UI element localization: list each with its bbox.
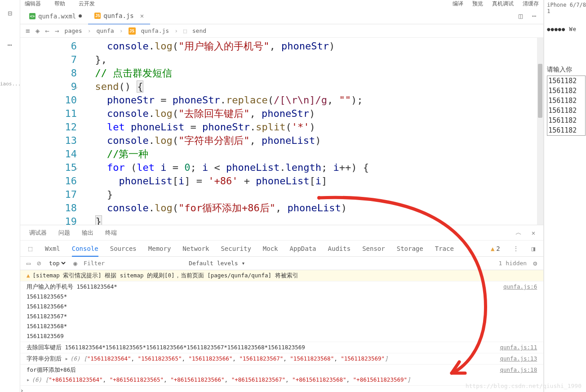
panel-tab-terminal[interactable]: 终端 [104,229,118,237]
forward-icon[interactable]: → [55,27,59,35]
sidebar-text: iaos... [0,81,20,87]
line-gutter: 6789⌄101112131415⌄16171819 [20,38,83,225]
crumb-part[interactable]: pages [65,27,82,34]
menu-item[interactable]: 真机调试 [492,0,514,8]
menu-item[interactable]: 清缓存 [523,0,539,8]
tab-label: qunfa.wxml [38,13,76,20]
status-bar: ●●●●● We [547,26,586,32]
play-icon[interactable]: ▭ [27,259,31,267]
scrollbar-thumb[interactable] [538,64,542,118]
editor-main: 编辑器 帮助 云开发 编译 预览 真机调试 清缓存 <> qunfa.wxml … [20,0,544,392]
vertical-scrollbar[interactable] [537,38,543,225]
split-editor-icon[interactable]: ◫ [514,12,528,20]
devtab-storage[interactable]: Storage [397,245,423,252]
context-select[interactable]: top [47,259,67,267]
crumb-part[interactable]: qunfa.js [141,27,169,34]
top-menu: 编辑器 帮助 云开发 编译 预览 真机调试 清缓存 [20,0,543,8]
tab-qunfa-js[interactable]: JS qunfa.js ✕ [88,8,150,24]
crumb-part[interactable]: qunfa [97,27,114,34]
devtab-console[interactable]: Console [72,245,98,257]
bookmark-icon[interactable]: ◈ [36,27,40,35]
inspect-icon[interactable]: ⬚ [28,245,32,253]
gear-icon[interactable]: ⚙ [533,259,537,267]
back-icon[interactable]: ← [45,27,49,35]
bottom-panel: 调试器 问题 输出 终端 ︿ ✕ ⬚ WxmlConsoleSourcesMem… [20,225,543,392]
device-label[interactable]: iPhone 6/7/8 1 [547,2,586,14]
editor-tabs: <> qunfa.wxml JS qunfa.js ✕ ◫ ⋯ [20,8,543,24]
filter-input[interactable] [84,260,182,267]
panel-tab-debugger[interactable]: 调试器 [28,229,48,237]
chevron-up-icon[interactable]: ︿ [515,229,522,237]
devtab-mock[interactable]: Mock [263,245,278,252]
devtab-sensor[interactable]: Sensor [362,245,385,252]
panel-tab-problems[interactable]: 问题 [58,229,71,237]
tab-label: qunfa.js [103,12,133,19]
devtab-sources[interactable]: Sources [110,245,137,252]
devtab-audits[interactable]: Audits [328,245,351,252]
console-prompt[interactable]: › [20,386,543,392]
source-link[interactable]: qunfa.js:11 [495,343,537,352]
panel-tab-output[interactable]: 输出 [81,229,94,237]
tab-qunfa-wxml[interactable]: <> qunfa.wxml [23,8,88,24]
panel-tabs: 调试器 问题 输出 终端 ︿ ✕ [20,225,543,241]
dock-icon[interactable]: ◨ [532,245,535,252]
console-row: 字符串分割后 ▸(6) ["15611823564", "15611823565… [20,353,543,365]
close-icon[interactable]: ✕ [140,12,144,19]
code-editor[interactable]: 6789⌄101112131415⌄16171819 console.log("… [20,38,543,225]
devtab-security[interactable]: Security [221,245,251,252]
dirty-dot-icon [79,14,82,18]
input-prompt: 请输入你 [547,66,586,74]
more-icon[interactable]: ⋯ [0,40,20,49]
console-toolbar: ▭ ⊘ top ◉ Default levels ▾ 1 hidden ⚙ [20,257,543,270]
menu-item[interactable]: 编辑器 [25,0,41,8]
console-row: ▲[sitemap 索引情况提示] 根据 sitemap 的规则[0]，当前页面… [20,270,543,281]
wxml-file-icon: <> [29,13,36,19]
source-link[interactable]: qunfa.js:18 [495,365,537,385]
more-icon[interactable]: ⋯ [528,12,541,20]
list-icon[interactable]: ≡ [26,27,30,35]
menu-item[interactable]: 帮助 [54,0,65,8]
warnings-badge[interactable]: ▲2 [491,245,500,252]
devtab-memory[interactable]: Memory [148,245,171,252]
devtab-appdata[interactable]: AppData [290,245,316,252]
watermark: https://blog.csdn.net/qiushi_1990 [466,383,582,389]
js-file-icon: JS [129,27,136,35]
menu-item[interactable]: 云开发 [79,0,95,8]
js-file-icon: JS [94,13,101,19]
kebab-icon[interactable]: ⋮ [513,245,519,252]
source-link[interactable]: qunfa.js:6 [499,282,537,341]
devtab-network[interactable]: Network [182,245,209,252]
menu-item[interactable]: 预览 [472,0,483,8]
crumb-part[interactable]: send [192,27,206,34]
source-link[interactable]: qunfa.js:13 [495,354,537,364]
activity-bar: ⊟ ⋯ iaos... [0,0,20,392]
method-icon: ⬚ [183,27,187,34]
collapse-icon[interactable]: ⊟ [0,9,20,18]
console-output[interactable]: ▲[sitemap 索引情况提示] 根据 sitemap 的规则[0]，当前页面… [20,270,543,392]
console-row: 去除回车键后 15611823564*15611823565*156118235… [20,342,543,353]
textarea-preview[interactable]: 1561182156118215611821561182156118215611… [547,76,586,136]
clear-icon[interactable]: ⊘ [37,259,41,267]
simulator-panel: iPhone 6/7/8 1 ●●●●● We 请输入你 15611821561… [544,0,586,392]
devtab-trace[interactable]: Trace [435,245,454,252]
close-icon[interactable]: ✕ [532,229,535,236]
devtools-tabs: ⬚ WxmlConsoleSourcesMemoryNetworkSecurit… [20,241,543,257]
console-row: 用户输入的手机号 15611823564* 15611823565* 15611… [20,281,543,342]
code-content[interactable]: console.log("用户输入的手机号", phoneStr) }, // … [83,38,543,225]
levels-select[interactable]: Default levels ▾ [189,260,245,267]
menu-item[interactable]: 编译 [453,0,463,8]
hidden-count[interactable]: 1 hidden [499,260,527,267]
console-row: for循环添加+86后▸(6) ["+8615611823564", "+861… [20,365,543,386]
devtab-wxml[interactable]: Wxml [45,245,60,252]
eye-icon[interactable]: ◉ [73,259,77,267]
breadcrumb: ≡ ◈ ← → pages› qunfa› JS qunfa.js› ⬚ sen… [20,24,543,38]
